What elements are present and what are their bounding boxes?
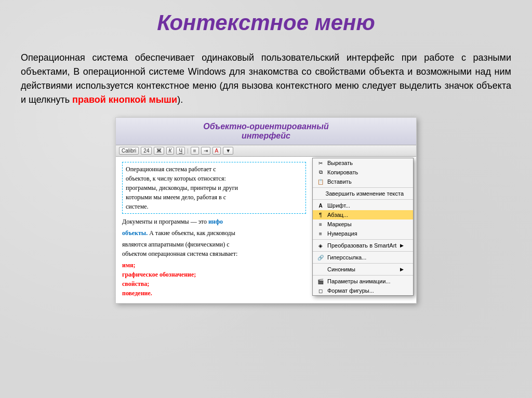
red-text: правой кнопкой мыши — [72, 94, 177, 105]
toolbar-btn-bold[interactable]: Ж — [154, 147, 164, 155]
menu-label-animation: Параметры анимации... — [327, 278, 390, 284]
screenshot-header: Объектно-ориентированный интерфейс — [116, 118, 416, 145]
menu-item-smartart[interactable]: ◈ Преобразовать в SmartArt ▶ — [313, 241, 413, 250]
doc-para1: Операционная система работает с — [126, 164, 302, 174]
separator-6 — [313, 275, 413, 276]
menu-item-paste[interactable]: 📋 Вставить — [313, 177, 413, 186]
doc-para3: программы, дисководы, принтеры и други — [126, 183, 302, 193]
menu-label-font: Шрифт... — [327, 202, 350, 209]
obj-title-line1: Объектно-ориентированный — [121, 122, 411, 131]
toolbar-align[interactable]: ≡ — [191, 147, 199, 155]
menu-item-copy[interactable]: ⧉ Копировать — [313, 168, 413, 177]
smartart-icon: ◈ — [317, 243, 324, 249]
red-item-4: поведение. — [122, 289, 306, 298]
menu-item-synonyms[interactable]: Синонимы ▶ — [313, 265, 413, 274]
menu-label-finish-edit: Завершить изменение текста — [326, 190, 404, 197]
menu-label-paste: Вставить — [327, 179, 352, 185]
menu-item-hyperlink[interactable]: 🔗 Гиперссылка... — [313, 253, 413, 262]
menu-item-numbering[interactable]: ≡ Нумерация — [313, 229, 413, 238]
red-item-2: графическое обозначение; — [122, 270, 306, 279]
context-menu[interactable]: ✂ Вырезать ⧉ Копировать 📋 Вставить — [312, 158, 414, 296]
red-item-3: свойства; — [122, 279, 306, 289]
separator-3 — [313, 239, 413, 240]
doc-dashed-box: Операционная система работает с объектов… — [122, 162, 306, 214]
slide-title: Контекстное меню — [21, 10, 511, 35]
menu-label-synonyms: Синонимы — [327, 266, 355, 272]
hyperlink-icon: 🔗 — [317, 255, 324, 260]
menu-label-numbering: Нумерация — [327, 230, 357, 237]
menu-label-paragraph: Абзац... — [327, 212, 348, 218]
format-shape-icon: ◻ — [317, 288, 324, 294]
doc-para8: являются аппаратными (физическими) с — [122, 240, 306, 249]
paste-icon: 📋 — [317, 179, 324, 185]
end-punctuation: ). — [177, 94, 183, 105]
copy-icon: ⧉ — [317, 169, 324, 175]
cut-icon: ✂ — [317, 160, 324, 166]
font-size[interactable]: 24 — [141, 147, 152, 155]
doc-para2: объектов, к числу которых относятся: — [126, 174, 302, 183]
toolbar-btn-italic[interactable]: К — [166, 147, 175, 155]
separator-4 — [313, 251, 413, 252]
context-menu-area: ✂ Вырезать ⧉ Копировать 📋 Вставить — [312, 157, 416, 303]
red-item-1: имя; — [122, 260, 306, 270]
main-paragraph: Операционная система обеспечивает одинак… — [21, 51, 511, 107]
menu-item-font[interactable]: A Шрифт... — [313, 201, 413, 210]
menu-item-cut[interactable]: ✂ Вырезать — [313, 158, 413, 168]
synonyms-arrow: ▶ — [400, 267, 404, 272]
bullets-icon: ≡ — [317, 222, 324, 227]
doc-para5: системе. — [126, 202, 302, 211]
doc-para9: объектом операционная система связывает: — [122, 249, 306, 258]
menu-label-smartart: Преобразовать в SmartArt — [327, 242, 396, 249]
toolbar-color[interactable]: A — [212, 147, 221, 155]
animation-icon: 🎬 — [317, 279, 324, 284]
smartart-arrow: ▶ — [400, 243, 404, 248]
doc-red-list: имя; графическое обозначение; свойства; … — [122, 260, 306, 298]
content-box: Объектно-ориентированный интерфейс Calib… — [21, 117, 511, 304]
separator-5 — [313, 263, 413, 264]
menu-item-format-shape[interactable]: ◻ Формат фигуры... — [313, 286, 413, 295]
toolbar-indent[interactable]: ⇥ — [201, 147, 210, 155]
menu-label-cut: Вырезать — [327, 160, 353, 166]
menu-item-bullets[interactable]: ≡ Маркеры — [313, 219, 413, 229]
doc-para6: Документы и программы — это инфо — [122, 217, 306, 226]
doc-para4: которыми мы имеем дело, работая в с — [126, 193, 302, 202]
menu-label-hyperlink: Гиперссылка... — [327, 254, 366, 260]
screenshot-container: Объектно-ориентированный интерфейс Calib… — [115, 117, 417, 304]
separator-1 — [313, 187, 413, 188]
toolbar-separator: | — [187, 148, 189, 154]
font-icon: A — [317, 203, 324, 209]
doc-para7: объекты. А такие объекты, как дисководы — [122, 228, 306, 238]
paragraph-icon: ¶ — [317, 212, 324, 218]
menu-item-animation[interactable]: 🎬 Параметры анимации... — [313, 277, 413, 286]
toolbar-strip: Calibri 24 Ж К Ч | ≡ ⇥ A ▼ — [116, 145, 416, 157]
doc-obj-text: объекты. — [122, 229, 148, 237]
menu-item-paragraph[interactable]: ¶ Абзац... — [313, 210, 413, 219]
menu-label-copy: Копировать — [327, 169, 358, 175]
screenshot-body: Операционная система работает с объектов… — [116, 157, 416, 303]
obj-title-line2: интерфейс — [121, 131, 411, 141]
menu-label-format-shape: Формат фигуры... — [327, 287, 374, 294]
toolbar-more[interactable]: ▼ — [223, 147, 233, 155]
toolbar-btn-underline[interactable]: Ч — [176, 147, 185, 155]
slide-container: Контекстное меню Операционная система об… — [21, 10, 511, 304]
menu-label-bullets: Маркеры — [327, 221, 352, 227]
numbering-icon: ≡ — [317, 231, 324, 237]
separator-2 — [313, 199, 413, 200]
menu-item-finish-edit[interactable]: Завершить изменение текста — [313, 189, 413, 198]
font-name[interactable]: Calibri — [119, 147, 139, 155]
doc-info-text: инфо — [208, 218, 223, 225]
doc-area: Операционная система работает с объектов… — [116, 157, 312, 303]
